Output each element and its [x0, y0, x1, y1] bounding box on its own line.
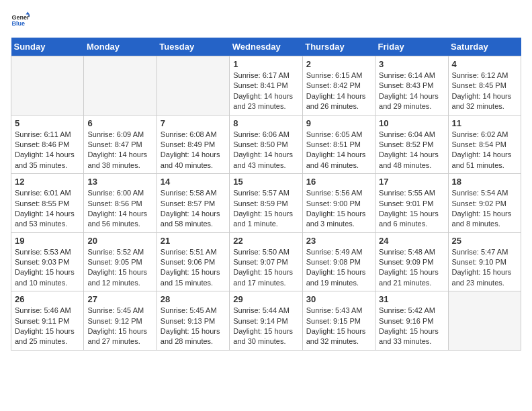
day-info: Sunrise: 6:00 AMSunset: 8:56 PMDaylight:…	[87, 188, 152, 230]
day-info: Sunrise: 6:01 AMSunset: 8:55 PMDaylight:…	[15, 188, 80, 230]
week-row-5: 26Sunrise: 5:46 AMSunset: 9:11 PMDayligh…	[11, 291, 521, 351]
calendar-cell: 21Sunrise: 5:51 AMSunset: 9:06 PMDayligh…	[157, 232, 229, 291]
day-info: Sunrise: 5:44 AMSunset: 9:14 PMDaylight:…	[233, 306, 298, 347]
day-header-wednesday: Wednesday	[230, 38, 302, 56]
day-info: Sunrise: 6:06 AMSunset: 8:50 PMDaylight:…	[233, 130, 298, 171]
day-info: Sunrise: 6:05 AMSunset: 8:51 PMDaylight:…	[306, 130, 371, 171]
calendar-cell: 1Sunrise: 6:17 AMSunset: 8:41 PMDaylight…	[230, 56, 302, 116]
day-header-sunday: Sunday	[11, 38, 84, 56]
day-number: 12	[15, 177, 80, 187]
day-info: Sunrise: 5:57 AMSunset: 8:59 PMDaylight:…	[233, 188, 298, 230]
day-number: 28	[161, 294, 226, 304]
day-number: 18	[452, 177, 517, 187]
day-number: 17	[379, 177, 444, 187]
header: General Blue	[11, 11, 521, 30]
day-number: 13	[87, 177, 152, 187]
calendar-cell: 6Sunrise: 6:09 AMSunset: 8:47 PMDaylight…	[84, 115, 157, 174]
calendar-cell: 23Sunrise: 5:49 AMSunset: 9:08 PMDayligh…	[302, 232, 375, 291]
logo: General Blue	[11, 11, 30, 30]
week-row-3: 12Sunrise: 6:01 AMSunset: 8:55 PMDayligh…	[11, 174, 521, 233]
day-info: Sunrise: 5:52 AMSunset: 9:05 PMDaylight:…	[87, 247, 152, 289]
calendar-cell: 7Sunrise: 6:08 AMSunset: 8:49 PMDaylight…	[157, 115, 229, 174]
day-info: Sunrise: 6:11 AMSunset: 8:46 PMDaylight:…	[15, 130, 80, 171]
day-info: Sunrise: 5:42 AMSunset: 9:16 PMDaylight:…	[379, 306, 444, 347]
day-number: 22	[233, 236, 298, 246]
calendar-cell: 2Sunrise: 6:15 AMSunset: 8:42 PMDaylight…	[302, 56, 375, 116]
calendar-cell: 19Sunrise: 5:53 AMSunset: 9:03 PMDayligh…	[11, 232, 84, 291]
day-info: Sunrise: 5:50 AMSunset: 9:07 PMDaylight:…	[233, 247, 298, 289]
calendar-cell: 5Sunrise: 6:11 AMSunset: 8:46 PMDaylight…	[11, 115, 84, 174]
svg-text:Blue: Blue	[11, 20, 25, 27]
day-info: Sunrise: 5:51 AMSunset: 9:06 PMDaylight:…	[161, 247, 226, 289]
day-number: 26	[15, 294, 80, 304]
day-number: 11	[452, 118, 517, 128]
calendar-table: SundayMondayTuesdayWednesdayThursdayFrid…	[11, 38, 521, 351]
day-number: 14	[161, 177, 226, 187]
calendar-cell: 30Sunrise: 5:43 AMSunset: 9:15 PMDayligh…	[302, 291, 375, 351]
day-info: Sunrise: 5:47 AMSunset: 9:10 PMDaylight:…	[452, 247, 517, 289]
day-info: Sunrise: 5:54 AMSunset: 9:02 PMDaylight:…	[452, 188, 517, 230]
day-number: 3	[379, 59, 444, 69]
day-info: Sunrise: 6:09 AMSunset: 8:47 PMDaylight:…	[87, 130, 152, 171]
day-number: 2	[306, 59, 371, 69]
day-number: 16	[306, 177, 371, 187]
day-info: Sunrise: 5:43 AMSunset: 9:15 PMDaylight:…	[306, 306, 371, 347]
calendar-cell: 10Sunrise: 6:04 AMSunset: 8:52 PMDayligh…	[375, 115, 448, 174]
day-info: Sunrise: 5:48 AMSunset: 9:09 PMDaylight:…	[379, 247, 444, 289]
calendar-cell: 29Sunrise: 5:44 AMSunset: 9:14 PMDayligh…	[230, 291, 302, 351]
day-info: Sunrise: 5:56 AMSunset: 9:00 PMDaylight:…	[306, 188, 371, 230]
week-row-1: 1Sunrise: 6:17 AMSunset: 8:41 PMDaylight…	[11, 56, 521, 116]
day-number: 6	[87, 118, 152, 128]
day-number: 27	[87, 294, 152, 304]
day-header-thursday: Thursday	[302, 38, 375, 56]
day-number: 31	[379, 294, 444, 304]
day-header-friday: Friday	[375, 38, 448, 56]
calendar-cell: 20Sunrise: 5:52 AMSunset: 9:05 PMDayligh…	[84, 232, 157, 291]
week-row-2: 5Sunrise: 6:11 AMSunset: 8:46 PMDaylight…	[11, 115, 521, 174]
day-number: 7	[161, 118, 226, 128]
day-number: 21	[161, 236, 226, 246]
calendar-cell	[84, 56, 157, 116]
week-row-4: 19Sunrise: 5:53 AMSunset: 9:03 PMDayligh…	[11, 232, 521, 291]
day-info: Sunrise: 5:58 AMSunset: 8:57 PMDaylight:…	[161, 188, 226, 230]
day-header-saturday: Saturday	[448, 38, 521, 56]
calendar-cell: 12Sunrise: 6:01 AMSunset: 8:55 PMDayligh…	[11, 174, 84, 233]
calendar-cell: 8Sunrise: 6:06 AMSunset: 8:50 PMDaylight…	[230, 115, 302, 174]
calendar-cell: 28Sunrise: 5:45 AMSunset: 9:13 PMDayligh…	[157, 291, 229, 351]
day-info: Sunrise: 6:08 AMSunset: 8:49 PMDaylight:…	[161, 130, 226, 171]
calendar-cell	[157, 56, 229, 116]
day-info: Sunrise: 5:49 AMSunset: 9:08 PMDaylight:…	[306, 247, 371, 289]
day-number: 29	[233, 294, 298, 304]
calendar-cell: 11Sunrise: 6:02 AMSunset: 8:54 PMDayligh…	[448, 115, 521, 174]
day-number: 9	[306, 118, 371, 128]
calendar-cell: 4Sunrise: 6:12 AMSunset: 8:45 PMDaylight…	[448, 56, 521, 116]
day-number: 1	[233, 59, 298, 69]
day-info: Sunrise: 5:45 AMSunset: 9:12 PMDaylight:…	[87, 306, 152, 347]
day-info: Sunrise: 6:17 AMSunset: 8:41 PMDaylight:…	[233, 71, 298, 112]
day-info: Sunrise: 5:46 AMSunset: 9:11 PMDaylight:…	[15, 306, 80, 347]
header-row: SundayMondayTuesdayWednesdayThursdayFrid…	[11, 38, 521, 56]
calendar-cell: 16Sunrise: 5:56 AMSunset: 9:00 PMDayligh…	[302, 174, 375, 233]
calendar-cell: 17Sunrise: 5:55 AMSunset: 9:01 PMDayligh…	[375, 174, 448, 233]
day-number: 10	[379, 118, 444, 128]
day-info: Sunrise: 5:45 AMSunset: 9:13 PMDaylight:…	[161, 306, 226, 347]
day-info: Sunrise: 6:14 AMSunset: 8:43 PMDaylight:…	[379, 71, 444, 112]
calendar-cell: 27Sunrise: 5:45 AMSunset: 9:12 PMDayligh…	[84, 291, 157, 351]
day-info: Sunrise: 6:12 AMSunset: 8:45 PMDaylight:…	[452, 71, 517, 112]
calendar-cell: 9Sunrise: 6:05 AMSunset: 8:51 PMDaylight…	[302, 115, 375, 174]
calendar-cell: 18Sunrise: 5:54 AMSunset: 9:02 PMDayligh…	[448, 174, 521, 233]
day-number: 30	[306, 294, 371, 304]
day-header-tuesday: Tuesday	[157, 38, 229, 56]
day-info: Sunrise: 6:15 AMSunset: 8:42 PMDaylight:…	[306, 71, 371, 112]
logo-icon: General Blue	[11, 11, 30, 30]
calendar-cell: 31Sunrise: 5:42 AMSunset: 9:16 PMDayligh…	[375, 291, 448, 351]
day-number: 23	[306, 236, 371, 246]
calendar-cell	[448, 291, 521, 351]
day-info: Sunrise: 5:55 AMSunset: 9:01 PMDaylight:…	[379, 188, 444, 230]
calendar-cell: 22Sunrise: 5:50 AMSunset: 9:07 PMDayligh…	[230, 232, 302, 291]
day-number: 25	[452, 236, 517, 246]
day-number: 15	[233, 177, 298, 187]
day-number: 24	[379, 236, 444, 246]
day-info: Sunrise: 6:04 AMSunset: 8:52 PMDaylight:…	[379, 130, 444, 171]
svg-text:General: General	[11, 14, 30, 21]
